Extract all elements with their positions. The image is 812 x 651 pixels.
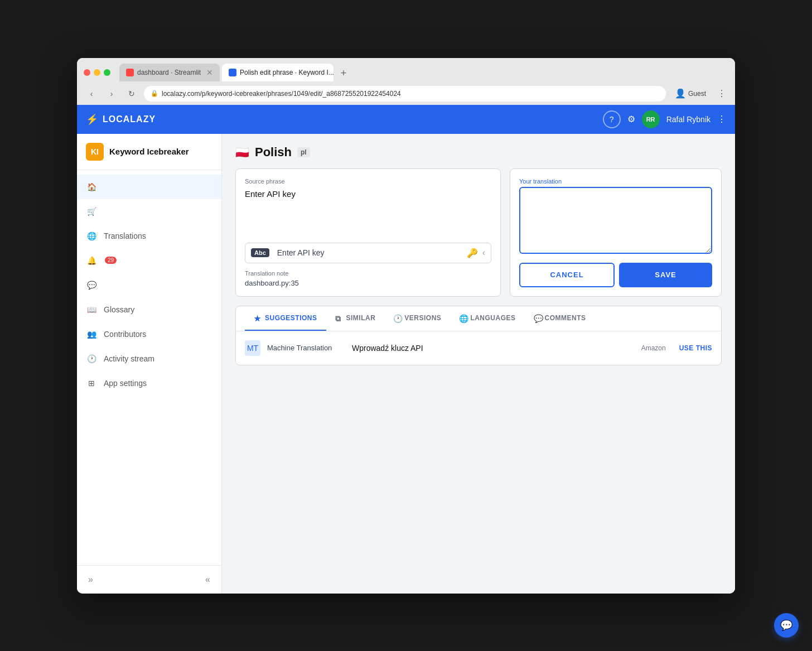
main-content: 🇵🇱 Polish pl Source phrase Enter API key…: [222, 134, 735, 594]
guest-account-button[interactable]: 👤 Guest: [670, 86, 710, 101]
sidebar-bottom: » «: [77, 565, 221, 594]
content-area: Source phrase Enter API key Abc Enter AP…: [222, 168, 735, 379]
home-icon: 🏠: [86, 181, 97, 192]
sidebar-item-chat[interactable]: 💬: [77, 273, 221, 297]
cancel-button[interactable]: CANCEL: [519, 263, 615, 287]
sidebar-collapse-button[interactable]: «: [203, 572, 212, 587]
maximize-window-button[interactable]: [104, 69, 110, 76]
phrase-type-badge: Abc: [251, 248, 269, 257]
tab-localazy[interactable]: Polish edit phrase · Keyword I... ✕: [222, 64, 334, 81]
notification-badge: 29: [105, 257, 117, 264]
language-title: Polish: [255, 145, 292, 160]
suggestions-icon: ★: [254, 314, 262, 322]
chat-icon: 💬: [86, 279, 97, 291]
sidebar-navigation: 🏠 🛒 🌐 Translations 🔔 29 💬: [77, 170, 221, 565]
language-flag: 🇵🇱: [235, 146, 249, 159]
forward-button[interactable]: ›: [104, 86, 119, 102]
streamlit-favicon: [126, 69, 134, 76]
tab-languages[interactable]: 🌐 LANGUAGES: [450, 306, 524, 331]
lock-icon: 🔒: [151, 90, 158, 97]
tab-languages-label: LANGUAGES: [470, 314, 515, 322]
refresh-button[interactable]: ↻: [124, 86, 139, 102]
project-header: KI Keyword Icebreaker: [77, 134, 221, 170]
tab-versions-label: VERSIONS: [404, 314, 441, 322]
sidebar-item-app-settings[interactable]: ⊞ App settings: [77, 371, 221, 396]
tab-content: MT Machine Translation Wprowadź klucz AP…: [236, 331, 721, 365]
browser-window: dashboard · Streamlit ✕ Polish edit phra…: [77, 58, 735, 594]
versions-icon: 🕐: [393, 314, 401, 322]
contributors-icon: 👥: [86, 329, 97, 340]
sidebar-expand-button[interactable]: »: [86, 572, 95, 587]
logo-text: LOCALAZY: [103, 114, 156, 124]
tab-similar-label: SIMILAR: [346, 314, 376, 322]
languages-icon: 🌐: [459, 314, 467, 322]
save-button[interactable]: SAVE: [619, 263, 712, 287]
app-settings-icon: ⊞: [86, 378, 97, 389]
suggestions-panel: ★ SUGGESTIONS ⧉ SIMILAR 🕐 VERSIONS: [235, 306, 722, 365]
back-button[interactable]: ‹: [84, 86, 99, 102]
traffic-lights: [84, 69, 110, 76]
translation-input[interactable]: [519, 187, 712, 254]
tab-dashboard-close[interactable]: ✕: [206, 68, 213, 77]
tab-suggestions-label: SUGGESTIONS: [265, 314, 317, 322]
localazy-logo-icon: ⚡: [86, 113, 98, 126]
phrase-input-icons: 🔑 ‹: [467, 248, 485, 258]
machine-translation-row: MT Machine Translation Wprowadź klucz AP…: [245, 340, 712, 356]
guest-label: Guest: [688, 90, 706, 98]
use-this-button[interactable]: USE THIS: [679, 344, 712, 352]
help-icon: ?: [610, 115, 614, 124]
sidebar-item-translations-label: Translations: [104, 232, 146, 240]
your-translation-label: Your translation: [519, 178, 712, 185]
tab-similar[interactable]: ⧉ SIMILAR: [326, 306, 385, 331]
tab-comments-label: COMMENTS: [545, 314, 586, 322]
tab-versions[interactable]: 🕐 VERSIONS: [384, 306, 450, 331]
sidebar-item-app-settings-label: App settings: [104, 379, 147, 388]
user-menu-button[interactable]: ⋮: [717, 114, 726, 124]
machine-translation-provider: Amazon: [641, 344, 666, 352]
tab-comments[interactable]: 💬 COMMENTS: [525, 306, 595, 331]
cart-icon: 🛒: [86, 206, 97, 217]
translation-note-text: dashboard.py:35: [245, 279, 491, 287]
translations-icon: 🌐: [86, 230, 97, 242]
close-window-button[interactable]: [84, 69, 90, 76]
browser-chrome: dashboard · Streamlit ✕ Polish edit phra…: [77, 58, 735, 105]
sidebar-item-cart[interactable]: 🛒: [77, 199, 221, 224]
user-name: Rafal Rybnik: [666, 115, 710, 124]
tab-suggestions[interactable]: ★ SUGGESTIONS: [245, 306, 326, 331]
settings-button[interactable]: ⚙: [627, 114, 635, 124]
sidebar-item-glossary-label: Glossary: [104, 305, 134, 314]
sidebar-item-contributors[interactable]: 👥 Contributors: [77, 322, 221, 346]
sidebar: KI Keyword Icebreaker 🏠 🛒 🌐 Translations: [77, 134, 222, 594]
similar-icon: ⧉: [335, 314, 343, 322]
sidebar-item-glossary[interactable]: 📖 Glossary: [77, 297, 221, 322]
source-phrase-text: Enter API key: [245, 189, 491, 234]
your-translation-card: Your translation CANCEL SAVE: [510, 168, 722, 297]
main-layout: KI Keyword Icebreaker 🏠 🛒 🌐 Translations: [77, 134, 735, 594]
sidebar-item-activity[interactable]: 🕐 Activity stream: [77, 346, 221, 371]
address-bar[interactable]: 🔒 localazy.com/p/keyword-icebreaker/phra…: [144, 86, 666, 102]
project-icon: KI: [86, 143, 104, 161]
key-icon: 🔑: [467, 248, 478, 258]
browser-menu-button[interactable]: ⋮: [715, 86, 728, 101]
help-button[interactable]: ?: [603, 110, 621, 128]
sidebar-item-home[interactable]: 🏠: [77, 175, 221, 199]
top-navigation: ⚡ LOCALAZY ? ⚙ RR Rafal Rybnik ⋮: [77, 105, 735, 134]
sidebar-item-contributors-label: Contributors: [104, 330, 146, 339]
project-name: Keyword Icebreaker: [109, 147, 189, 156]
chevron-left-icon: ‹: [482, 248, 485, 258]
tab-dashboard[interactable]: dashboard · Streamlit ✕: [119, 64, 220, 81]
minimize-window-button[interactable]: [94, 69, 100, 76]
sidebar-item-translations[interactable]: 🌐 Translations: [77, 224, 221, 248]
page-header: 🇵🇱 Polish pl: [222, 134, 735, 168]
new-tab-button[interactable]: +: [336, 66, 351, 81]
machine-translation-icon: MT: [245, 340, 260, 356]
comments-icon: 💬: [534, 314, 542, 322]
notifications-icon: 🔔: [86, 255, 97, 266]
logo-area: ⚡ LOCALAZY: [86, 113, 156, 126]
language-code-badge: pl: [297, 147, 310, 157]
source-phrase-card: Source phrase Enter API key Abc Enter AP…: [235, 168, 501, 297]
sidebar-item-notifications[interactable]: 🔔 29: [77, 248, 221, 273]
activity-icon: 🕐: [86, 353, 97, 364]
user-avatar: RR: [642, 110, 660, 128]
browser-tabs: dashboard · Streamlit ✕ Polish edit phra…: [119, 64, 728, 81]
